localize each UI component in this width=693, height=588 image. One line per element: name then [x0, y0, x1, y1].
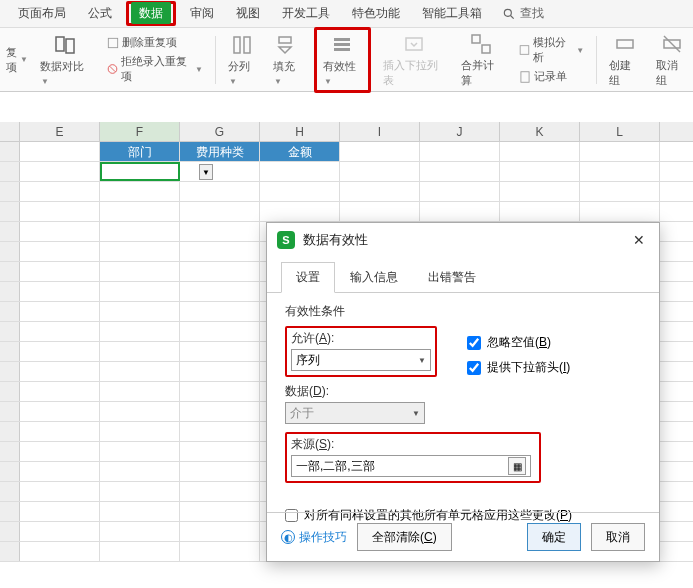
cell-I2[interactable]	[340, 162, 420, 181]
delete-dup-icon	[106, 36, 120, 50]
svg-rect-7	[234, 37, 240, 53]
cell-dropdown-handle[interactable]: ▼	[199, 164, 213, 180]
tab-formula[interactable]: 公式	[80, 1, 120, 26]
reject-dup-button[interactable]: 拒绝录入重复项▼	[106, 54, 203, 84]
search-label: 查找	[520, 5, 544, 22]
tab-review[interactable]: 审阅	[182, 1, 222, 26]
allow-combo[interactable]: 序列 ▼	[291, 349, 431, 371]
validation-label: 有效性	[323, 60, 356, 72]
svg-rect-17	[617, 40, 633, 48]
clear-all-button[interactable]: 全部清除(C)	[357, 523, 452, 551]
row-header[interactable]	[0, 142, 20, 161]
split-label: 分列	[228, 60, 250, 72]
allow-label: 允许(A):	[291, 330, 431, 347]
source-input[interactable]: 一部,二部,三部 ▦	[291, 455, 531, 477]
svg-rect-4	[108, 38, 117, 47]
ribbon-item-split[interactable]: 分列▼	[224, 32, 261, 88]
group-cancel-label: 取消组	[656, 58, 687, 88]
dialog-tabs: 设置 输入信息 出错警告	[267, 257, 659, 293]
validation-icon	[330, 33, 354, 57]
insert-dd-label: 插入下拉列表	[383, 58, 445, 88]
corner-cell[interactable]	[0, 122, 20, 141]
grid[interactable]: 部门 费用种类 金额 ▼ // no-op; rows generated be…	[0, 142, 693, 182]
simulate-button[interactable]: 模拟分析▼	[518, 35, 584, 65]
ignore-blank-input[interactable]	[467, 336, 481, 350]
tab-toolbox[interactable]: 智能工具箱	[414, 1, 490, 26]
col-header-G[interactable]: G	[180, 122, 260, 141]
cell-E2[interactable]	[20, 162, 100, 181]
svg-line-1	[511, 15, 514, 18]
simulate-icon	[518, 43, 531, 57]
tab-data[interactable]: 数据	[131, 2, 171, 24]
cell-L2[interactable]	[580, 162, 660, 181]
svg-rect-11	[334, 48, 350, 51]
source-label: 来源(S):	[291, 436, 535, 453]
col-header-H[interactable]: H	[260, 122, 340, 141]
dialog-tab-error-alert[interactable]: 出错警告	[413, 262, 491, 293]
cell-J1[interactable]	[420, 142, 500, 161]
col-header-K[interactable]: K	[500, 122, 580, 141]
highlight-data-tab: 数据	[126, 1, 176, 26]
tab-devtools[interactable]: 开发工具	[274, 1, 338, 26]
criteria-label: 有效性条件	[285, 303, 641, 320]
data-validation-dialog: S 数据有效性 ✕ 设置 输入信息 出错警告 有效性条件 允许(A): 序列 ▼…	[266, 222, 660, 562]
data-combo: 介于 ▼	[285, 402, 425, 424]
consolidate-label: 合并计算	[461, 58, 502, 88]
cell-K2[interactable]	[500, 162, 580, 181]
ribbon-item-validation[interactable]: 有效性▼	[319, 32, 366, 88]
svg-rect-10	[334, 43, 350, 46]
ribbon-item-fill[interactable]: 填充▼	[269, 32, 306, 88]
cell-H2[interactable]	[260, 162, 340, 181]
tab-view[interactable]: 视图	[228, 1, 268, 26]
table-header-row: 部门 费用种类 金额	[0, 142, 693, 162]
ribbon-group-right-small: 模拟分析▼ 记录单	[514, 32, 588, 88]
ignore-blank-checkbox[interactable]: 忽略空值(B)	[467, 334, 570, 351]
record-icon	[518, 70, 532, 84]
cell-E1[interactable]	[20, 142, 100, 161]
tab-features[interactable]: 特色功能	[344, 1, 408, 26]
col-header-J[interactable]: J	[420, 122, 500, 141]
dialog-tab-settings[interactable]: 设置	[281, 262, 335, 293]
cancel-button[interactable]: 取消	[591, 523, 645, 551]
group-cancel-icon	[660, 32, 684, 56]
tab-search[interactable]: 查找	[502, 5, 544, 22]
cell-J2[interactable]	[420, 162, 500, 181]
svg-rect-9	[334, 38, 350, 41]
svg-rect-13	[472, 35, 480, 43]
split-icon	[230, 33, 254, 57]
cell-I1[interactable]	[340, 142, 420, 161]
cell-F2-selected[interactable]	[100, 162, 180, 181]
ribbon-item-group-create[interactable]: 创建组	[605, 32, 644, 88]
record-button[interactable]: 记录单	[518, 69, 567, 84]
col-header-L[interactable]: L	[580, 122, 660, 141]
cell-H1[interactable]: 金额	[260, 142, 340, 161]
provide-dropdown-input[interactable]	[467, 361, 481, 375]
row-header[interactable]	[0, 162, 20, 181]
range-picker-icon[interactable]: ▦	[508, 457, 526, 475]
ribbon-item-compare[interactable]: 数据对比▼	[36, 32, 94, 88]
provide-dropdown-checkbox[interactable]: 提供下拉箭头(I)	[467, 359, 570, 376]
cell-F1[interactable]: 部门	[100, 142, 180, 161]
cell-G1[interactable]: 费用种类	[180, 142, 260, 161]
delete-dup-button[interactable]: 删除重复项	[106, 35, 177, 50]
ribbon-item-consolidate[interactable]: 合并计算	[457, 32, 506, 88]
tab-page-layout[interactable]: 页面布局	[10, 1, 74, 26]
ribbon-item-insert-dd[interactable]: 插入下拉列表	[379, 32, 449, 88]
ribbon-group-dup: 删除重复项 拒绝录入重复项▼	[102, 32, 207, 88]
cell-K1[interactable]	[500, 142, 580, 161]
cell-G2[interactable]	[180, 162, 260, 181]
ok-button[interactable]: 确定	[527, 523, 581, 551]
chevron-down-icon: ▼	[412, 409, 420, 418]
svg-rect-8	[244, 37, 250, 53]
col-header-E[interactable]: E	[20, 122, 100, 141]
compare-label: 数据对比	[40, 60, 84, 72]
repeat-dropdown[interactable]: 复项▼	[6, 45, 28, 75]
ribbon-item-group-cancel[interactable]: 取消组	[652, 32, 691, 88]
cell-L1[interactable]	[580, 142, 660, 161]
operation-tips-link[interactable]: ◐ 操作技巧	[281, 529, 347, 546]
close-button[interactable]: ✕	[629, 230, 649, 250]
col-header-I[interactable]: I	[340, 122, 420, 141]
dialog-tab-input-msg[interactable]: 输入信息	[335, 262, 413, 293]
group-create-label: 创建组	[609, 58, 640, 88]
col-header-F[interactable]: F	[100, 122, 180, 141]
